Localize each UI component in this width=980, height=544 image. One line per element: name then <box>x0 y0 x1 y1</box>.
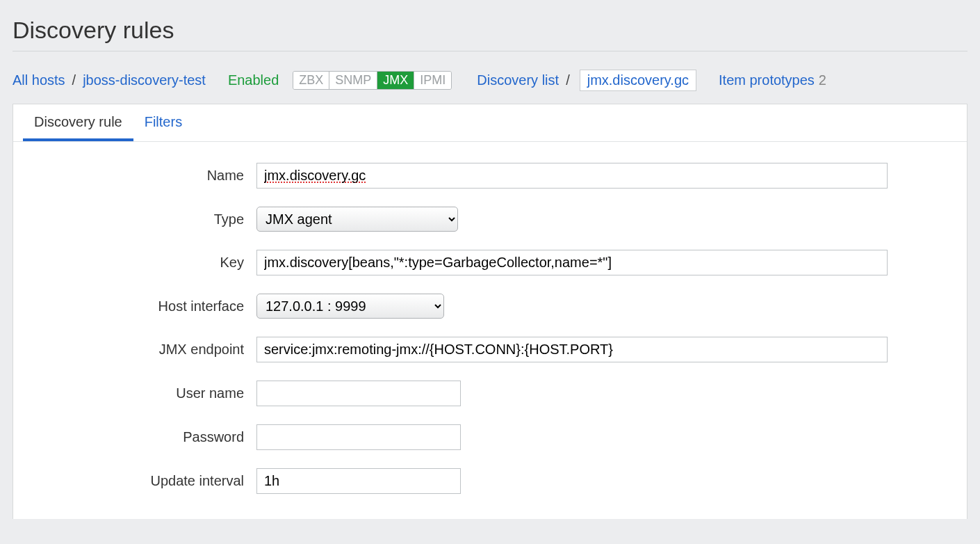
item-prototypes-link[interactable]: Item prototypes <box>719 72 815 88</box>
password-label: Password <box>27 429 256 445</box>
badge-jmx: JMX <box>377 72 414 89</box>
name-label: Name <box>27 168 256 184</box>
badge-zbx: ZBX <box>293 72 329 89</box>
jmx-endpoint-label: JMX endpoint <box>27 342 256 358</box>
all-hosts-link[interactable]: All hosts <box>13 72 65 88</box>
name-input[interactable] <box>256 163 888 189</box>
host-interface-label: Host interface <box>27 298 256 314</box>
breadcrumb-separator: / <box>72 72 76 88</box>
tabs: Discovery rule Filters <box>13 104 967 142</box>
host-link[interactable]: jboss-discovery-test <box>83 72 206 88</box>
type-label: Type <box>27 211 256 227</box>
item-prototypes-count: 2 <box>819 72 826 88</box>
interface-badges: ZBX SNMP JMX IPMI <box>293 71 452 90</box>
update-interval-input[interactable] <box>256 468 461 494</box>
breadcrumb-separator: / <box>566 72 570 88</box>
config-panel: Discovery rule Filters Name Type JMX age… <box>13 104 967 519</box>
form: Name Type JMX agent Key <box>13 142 967 519</box>
update-interval-label: Update interval <box>27 473 256 489</box>
current-discovery-box: jmx.discovery.gc <box>580 70 696 91</box>
user-name-input[interactable] <box>256 381 461 406</box>
jmx-endpoint-input[interactable] <box>256 337 888 362</box>
user-name-label: User name <box>27 385 256 401</box>
tab-filters[interactable]: Filters <box>133 104 193 141</box>
key-label: Key <box>27 255 256 271</box>
host-interface-select[interactable]: 127.0.0.1 : 9999 <box>256 294 444 319</box>
page-title: Discovery rules <box>13 17 967 51</box>
type-select[interactable]: JMX agent <box>256 207 458 232</box>
badge-ipmi: IPMI <box>414 72 451 89</box>
badge-snmp: SNMP <box>329 72 377 89</box>
discovery-list-link[interactable]: Discovery list <box>477 72 559 88</box>
tab-discovery-rule[interactable]: Discovery rule <box>23 104 133 141</box>
breadcrumb: All hosts / jboss-discovery-test Enabled… <box>13 70 967 91</box>
password-input[interactable] <box>256 424 461 450</box>
key-input[interactable] <box>256 250 888 275</box>
status-enabled-label: Enabled <box>228 72 279 88</box>
